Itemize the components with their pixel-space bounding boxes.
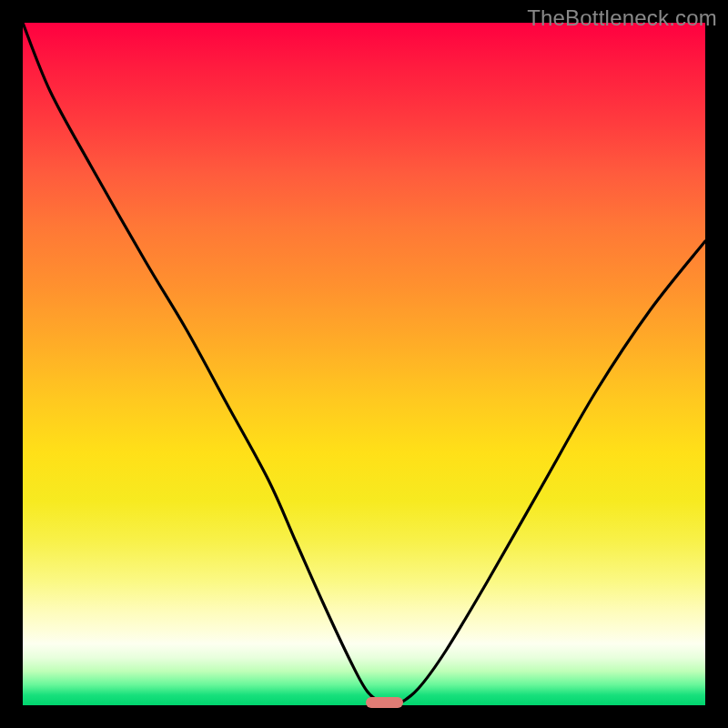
watermark-text: TheBottleneck.com xyxy=(527,5,717,31)
plot-area xyxy=(23,23,705,705)
curve-svg xyxy=(23,23,705,705)
optimal-marker xyxy=(366,697,403,708)
chart-container: TheBottleneck.com xyxy=(0,0,728,728)
bottleneck-curve xyxy=(23,23,705,705)
